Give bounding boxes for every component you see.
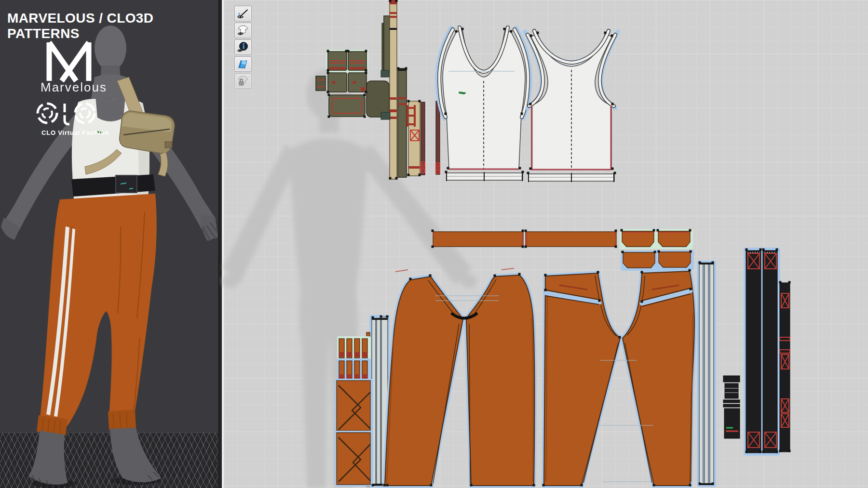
avatar-right-foot xyxy=(110,428,161,482)
waistband[interactable] xyxy=(433,232,616,247)
marvelous-label: Marvelous xyxy=(41,80,107,95)
buckle-parts[interactable] xyxy=(723,376,740,438)
blue-paper-icon xyxy=(237,58,249,70)
tank-front[interactable] xyxy=(437,27,530,181)
show-garment-button[interactable] xyxy=(234,23,252,38)
clo-logo-icon xyxy=(35,99,99,127)
panel-divider xyxy=(218,0,222,488)
tab-pieces[interactable] xyxy=(335,336,373,487)
clo-tagline: CLO Virtual Fashion xyxy=(41,129,109,136)
avatar-3d xyxy=(0,0,218,488)
show-information-button[interactable] xyxy=(234,40,252,55)
page-title: MARVELOUS / CLO3D PATTERNS xyxy=(7,11,218,41)
avatar-left-foot xyxy=(29,431,68,485)
render-3d-panel: MARVELOUS / CLO3D PATTERNS Marvelous CLO… xyxy=(0,0,218,488)
app-window: MARVELOUS / CLO3D PATTERNS Marvelous CLO… xyxy=(0,0,868,488)
pattern-canvas[interactable] xyxy=(222,0,868,488)
shirt-lock-icon xyxy=(237,75,249,87)
pattern-2d-window[interactable] xyxy=(224,0,868,488)
paper-view-button[interactable] xyxy=(234,56,252,72)
marvelous-logo-icon xyxy=(42,39,95,83)
pants-back[interactable] xyxy=(544,271,694,486)
shirt-eye-icon xyxy=(237,25,249,36)
pants-front[interactable] xyxy=(385,268,535,486)
strap-ladder-buckle[interactable] xyxy=(407,105,416,127)
pocket-flaps[interactable] xyxy=(620,229,694,271)
view-toolbar xyxy=(234,6,252,90)
avatar-pants xyxy=(40,194,157,426)
show-2d-pen-button[interactable] xyxy=(234,6,252,21)
info-eye-icon xyxy=(237,41,249,53)
lock-garment-button[interactable] xyxy=(234,73,252,89)
tank-back[interactable] xyxy=(525,31,618,182)
binding-strips[interactable] xyxy=(697,261,716,487)
bag-straps[interactable] xyxy=(381,0,440,179)
needle-eye-icon xyxy=(237,8,249,19)
bag-panels[interactable] xyxy=(316,50,389,117)
